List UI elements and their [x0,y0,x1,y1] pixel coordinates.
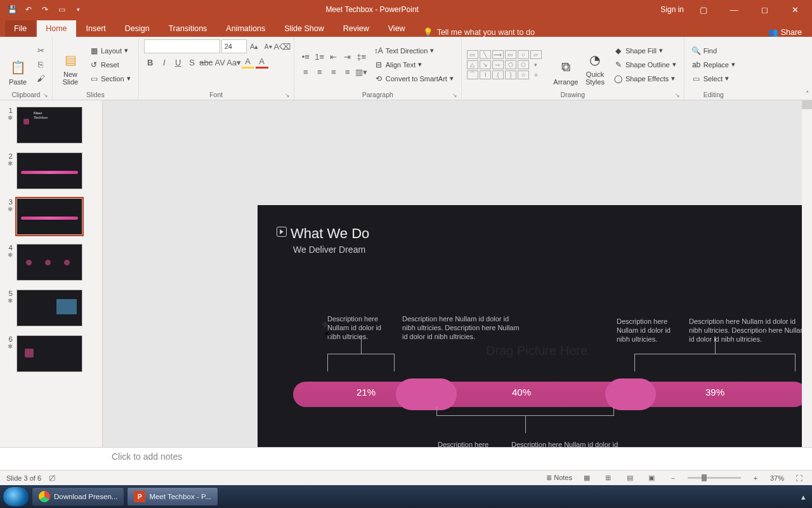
desc-top-right-b[interactable]: Description here Nullam id dolor id nibh… [689,317,809,344]
decrease-indent-icon[interactable]: ⇤ [327,51,340,64]
slide-thumbnails-panel[interactable]: 1✱MeetTechbox 2✱ 3✱ 4✱ 5✱ 6✱ [0,100,103,447]
zoom-in-icon[interactable]: + [749,473,763,483]
underline-icon[interactable]: U [172,56,185,69]
cut-icon[interactable]: ✂ [34,44,47,57]
align-left-icon[interactable]: ≡ [299,66,312,79]
char-spacing-icon[interactable]: AV [214,56,226,69]
zoom-level[interactable]: 37% [770,474,784,482]
drawing-launcher-icon[interactable]: ↘ [675,92,680,98]
shadow-icon[interactable]: S [186,56,199,69]
strikethrough-icon[interactable]: abc [200,56,213,69]
font-highlight-icon[interactable]: A [242,56,254,69]
notes-pane[interactable]: Click to add notes [0,447,812,470]
vertical-scrollbar[interactable] [802,100,812,447]
bullets-icon[interactable]: •≡ [299,51,312,64]
font-color-icon[interactable]: A [256,56,268,69]
shape-fill-button[interactable]: ◆Shape Fill ▾ [612,44,679,57]
tab-review[interactable]: Review [334,20,378,37]
paste-button[interactable]: 📋 Paste [5,44,30,86]
copy-icon[interactable]: ⎘ [34,58,47,71]
tab-view[interactable]: View [379,20,414,37]
slide-thumbnail-3[interactable] [16,198,82,235]
redo-icon[interactable]: ↷ [39,5,51,14]
spellcheck-icon[interactable]: ▢̸ [49,474,55,482]
select-button[interactable]: ▭Select ▾ [690,72,738,85]
slide-canvas[interactable]: What We Do We Deliver Dream Drag Picture… [258,205,812,447]
sorter-view-icon[interactable]: ⊞ [601,473,615,483]
save-icon[interactable]: 💾 [6,5,18,14]
increase-indent-icon[interactable]: ⇥ [341,51,354,64]
reset-button[interactable]: ↺Reset [87,58,133,71]
clear-formatting-icon[interactable]: A⌫ [276,40,289,53]
shapes-gallery[interactable]: ▭╲⟶▭○▱ △↘⇨⬠⬡▾ ⌒⌇{}☆≡ [467,50,549,79]
numbering-icon[interactable]: 1≡ [313,51,326,64]
tab-insert[interactable]: Insert [77,20,115,37]
taskbar-chrome[interactable]: Download Presen... [32,487,124,506]
slide-thumbnail-1[interactable]: MeetTechbox [16,107,82,144]
slide-thumbnail-2[interactable] [16,152,82,189]
system-tray-expand-icon[interactable]: ▴ [801,492,812,502]
slide-counter[interactable]: Slide 3 of 6 [6,474,41,482]
new-slide-button[interactable]: ▤ New Slide [58,44,83,86]
font-launcher-icon[interactable]: ↘ [285,92,290,98]
slide-canvas-area[interactable]: What We Do We Deliver Dream Drag Picture… [103,100,812,447]
find-button[interactable]: 🔍Find [690,44,738,57]
tab-animations[interactable]: Animations [217,20,274,37]
slide-title[interactable]: What We Do [277,225,369,242]
shape-outline-button[interactable]: ✎Shape Outline ▾ [612,58,679,71]
ribbon-display-icon[interactable]: ▢ [693,5,714,15]
tab-home[interactable]: Home [37,20,75,37]
layout-button[interactable]: ▦Layout ▾ [87,44,133,57]
slideshow-view-icon[interactable]: ▣ [645,473,658,483]
change-case-icon[interactable]: Aa▾ [228,56,240,69]
desc-top-left-b[interactable]: Description here Nullam id dolor id nibh… [402,314,523,341]
reading-view-icon[interactable]: ▤ [623,473,637,483]
justify-icon[interactable]: ≡ [341,66,354,79]
close-icon[interactable]: ✕ [784,5,806,15]
normal-view-icon[interactable]: ▦ [580,473,594,483]
arrange-button[interactable]: ⧉ Arrange [553,44,579,86]
slide-thumbnail-4[interactable] [16,244,82,281]
columns-icon[interactable]: ▥▾ [355,66,368,79]
italic-icon[interactable]: I [158,56,171,69]
notes-toggle[interactable]: ≣ Notes [546,474,572,482]
tell-me-search[interactable]: 💡 Tell me what you want to do [423,27,535,37]
align-right-icon[interactable]: ≡ [327,66,340,79]
start-from-beginning-icon[interactable]: ▭ [56,5,67,14]
font-size-combo[interactable]: 24 [221,39,247,53]
progress-bar-shape[interactable]: 21% 40% 39% [293,382,807,407]
maximize-icon[interactable]: ◻ [754,5,775,15]
zoom-out-icon[interactable]: − [666,473,680,483]
align-center-icon[interactable]: ≡ [313,66,326,79]
tab-design[interactable]: Design [116,20,159,37]
start-button[interactable] [3,486,29,507]
tab-transitions[interactable]: Transitions [160,20,216,37]
zoom-slider[interactable] [688,477,741,479]
slide-thumbnail-6[interactable] [16,335,82,372]
desc-top-left-a[interactable]: Description here Nullam id dolor id nibh… [327,314,391,341]
minimize-icon[interactable]: — [723,5,745,15]
bold-icon[interactable]: B [144,56,157,69]
qat-customize-icon[interactable]: ▾ [72,6,84,13]
shape-effects-button[interactable]: ◯Shape Effects ▾ [612,72,679,85]
taskbar-powerpoint[interactable]: P Meet Techbox - P... [127,487,218,506]
quick-styles-button[interactable]: ◔ Quick Styles [582,44,608,86]
sign-in-link[interactable]: Sign in [660,5,684,14]
increase-font-icon[interactable]: A▴ [248,40,261,53]
replace-button[interactable]: abReplace ▾ [690,58,738,71]
paragraph-launcher-icon[interactable]: ↘ [452,92,457,98]
desc-top-right-a[interactable]: Description here Nullam id dolor id nibh… [617,317,680,344]
undo-icon[interactable]: ↶ [23,5,34,14]
desc-bottom-b[interactable]: Description here Nullam id dolor id nibh… [511,440,632,447]
clipboard-launcher-icon[interactable]: ↘ [43,92,48,98]
share-button[interactable]: 👥 Share [768,27,812,37]
fit-to-window-icon[interactable]: ⛶ [792,473,806,483]
slide-thumbnail-5[interactable] [16,290,82,326]
line-spacing-icon[interactable]: ‡≡ [355,51,368,64]
text-direction-button[interactable]: ↕AText Direction ▾ [372,44,456,57]
align-text-button[interactable]: ⊟Align Text ▾ [372,58,456,71]
section-button[interactable]: ▭Section ▾ [87,72,133,85]
slide-subtitle[interactable]: We Deliver Dream [293,244,369,255]
tab-file[interactable]: File [5,20,36,37]
tab-slideshow[interactable]: Slide Show [275,20,333,37]
